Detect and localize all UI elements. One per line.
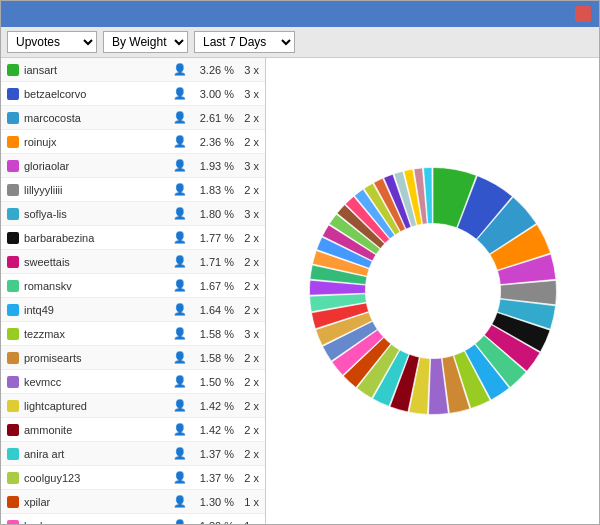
user-name: xpilar — [24, 496, 168, 508]
user-color-dot — [7, 112, 19, 124]
user-name: tezzmax — [24, 328, 168, 340]
donut-chart — [303, 161, 563, 421]
user-name: sweettais — [24, 256, 168, 268]
user-name: barbarabezina — [24, 232, 168, 244]
user-color-dot — [7, 304, 19, 316]
list-item[interactable]: coolguy123👤1.37 %2 x — [1, 466, 265, 490]
title-bar — [1, 1, 599, 27]
user-color-dot — [7, 136, 19, 148]
list-item[interactable]: intq49👤1.64 %2 x — [1, 298, 265, 322]
user-color-dot — [7, 448, 19, 460]
user-color-dot — [7, 400, 19, 412]
list-item[interactable]: lillyyyliiii👤1.83 %2 x — [1, 178, 265, 202]
list-item[interactable]: xpilar👤1.30 %1 x — [1, 490, 265, 514]
list-item[interactable]: lightcaptured👤1.42 %2 x — [1, 394, 265, 418]
user-color-dot — [7, 352, 19, 364]
list-item[interactable]: kevmcc👤1.50 %2 x — [1, 370, 265, 394]
user-color-dot — [7, 64, 19, 76]
user-votes: 2 x — [234, 472, 259, 484]
user-votes: 2 x — [234, 304, 259, 316]
user-percentage: 1.67 % — [192, 280, 234, 292]
list-item[interactable]: betzaelcorvo👤3.00 %3 x — [1, 82, 265, 106]
user-name: lillyyyliiii — [24, 184, 168, 196]
user-votes: 3 x — [234, 208, 259, 220]
user-percentage: 1.42 % — [192, 400, 234, 412]
user-icon: 👤 — [173, 327, 187, 340]
user-percentage: 1.64 % — [192, 304, 234, 316]
user-icon: 👤 — [173, 303, 187, 316]
user-percentage: 1.42 % — [192, 424, 234, 436]
list-item[interactable]: romanskv👤1.67 %2 x — [1, 274, 265, 298]
list-item[interactable]: barbarabezina👤1.77 %2 x — [1, 226, 265, 250]
user-percentage: 2.36 % — [192, 136, 234, 148]
user-color-dot — [7, 208, 19, 220]
list-item[interactable]: harkar👤1.30 %1 x — [1, 514, 265, 524]
user-name: soflya-lis — [24, 208, 168, 220]
user-color-dot — [7, 328, 19, 340]
user-icon: 👤 — [173, 63, 187, 76]
user-votes: 2 x — [234, 424, 259, 436]
user-list[interactable]: iansart👤3.26 %3 xbetzaelcorvo👤3.00 %3 xm… — [1, 58, 266, 524]
user-name: betzaelcorvo — [24, 88, 168, 100]
user-percentage: 1.30 % — [192, 496, 234, 508]
user-votes: 3 x — [234, 88, 259, 100]
list-item[interactable]: ammonite👤1.42 %2 x — [1, 418, 265, 442]
user-votes: 2 x — [234, 232, 259, 244]
user-icon: 👤 — [173, 519, 187, 524]
user-color-dot — [7, 424, 19, 436]
user-icon: 👤 — [173, 255, 187, 268]
filter-days-select[interactable]: Last 7 Days Last 30 Days All Time — [194, 31, 295, 53]
user-icon: 👤 — [173, 495, 187, 508]
user-percentage: 1.37 % — [192, 472, 234, 484]
list-item[interactable]: gloriaolar👤1.93 %3 x — [1, 154, 265, 178]
list-item[interactable]: roinujx👤2.36 %2 x — [1, 130, 265, 154]
user-icon: 👤 — [173, 447, 187, 460]
user-icon: 👤 — [173, 279, 187, 292]
user-color-dot — [7, 184, 19, 196]
list-item[interactable]: iansart👤3.26 %3 x — [1, 58, 265, 82]
user-name: romanskv — [24, 280, 168, 292]
user-color-dot — [7, 280, 19, 292]
user-percentage: 1.58 % — [192, 352, 234, 364]
user-votes: 2 x — [234, 256, 259, 268]
list-item[interactable]: marcocosta👤2.61 %2 x — [1, 106, 265, 130]
user-votes: 1 x — [234, 520, 259, 525]
user-icon: 👤 — [173, 207, 187, 220]
user-percentage: 1.30 % — [192, 520, 234, 525]
user-name: coolguy123 — [24, 472, 168, 484]
content-area: iansart👤3.26 %3 xbetzaelcorvo👤3.00 %3 xm… — [1, 58, 599, 524]
list-item[interactable]: tezzmax👤1.58 %3 x — [1, 322, 265, 346]
list-item[interactable]: anira art👤1.37 %2 x — [1, 442, 265, 466]
user-votes: 2 x — [234, 136, 259, 148]
toolbar: Upvotes Downvotes All By Weight By Count… — [1, 27, 599, 58]
user-votes: 1 x — [234, 496, 259, 508]
close-button[interactable] — [575, 6, 591, 22]
user-icon: 👤 — [173, 471, 187, 484]
user-votes: 2 x — [234, 280, 259, 292]
user-percentage: 1.93 % — [192, 160, 234, 172]
user-votes: 2 x — [234, 184, 259, 196]
user-votes: 3 x — [234, 160, 259, 172]
list-item[interactable]: sweettais👤1.71 %2 x — [1, 250, 265, 274]
user-percentage: 1.37 % — [192, 448, 234, 460]
user-percentage: 1.71 % — [192, 256, 234, 268]
main-window: Upvotes Downvotes All By Weight By Count… — [0, 0, 600, 525]
user-icon: 👤 — [173, 375, 187, 388]
user-icon: 👤 — [173, 399, 187, 412]
user-name: ammonite — [24, 424, 168, 436]
user-percentage: 1.50 % — [192, 376, 234, 388]
list-item[interactable]: soflya-lis👤1.80 %3 x — [1, 202, 265, 226]
user-icon: 👤 — [173, 159, 187, 172]
list-item[interactable]: promisearts👤1.58 %2 x — [1, 346, 265, 370]
filter-weight-select[interactable]: By Weight By Count — [103, 31, 188, 53]
user-icon: 👤 — [173, 111, 187, 124]
user-name: roinujx — [24, 136, 168, 148]
filter-upvotes-select[interactable]: Upvotes Downvotes All — [7, 31, 97, 53]
user-percentage: 1.83 % — [192, 184, 234, 196]
user-percentage: 3.00 % — [192, 88, 234, 100]
user-percentage: 1.77 % — [192, 232, 234, 244]
user-color-dot — [7, 520, 19, 525]
user-icon: 👤 — [173, 135, 187, 148]
user-icon: 👤 — [173, 351, 187, 364]
user-icon: 👤 — [173, 183, 187, 196]
